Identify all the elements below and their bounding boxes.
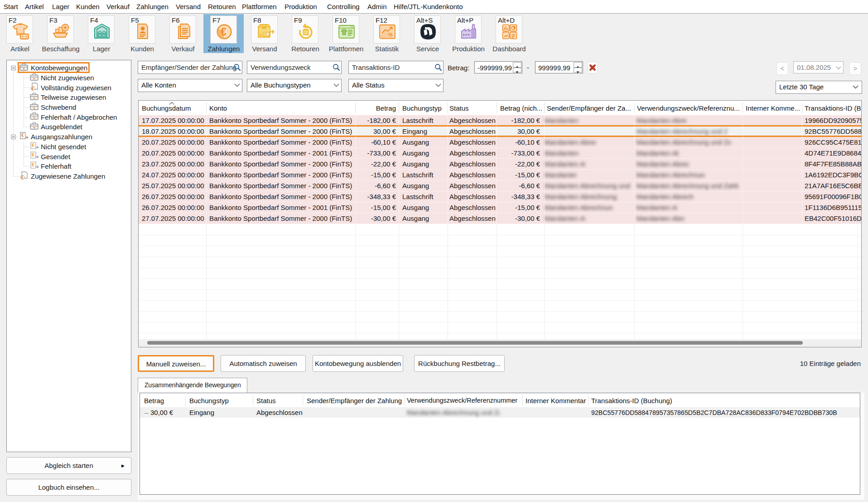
svg-text:€: € (21, 175, 24, 180)
svg-text:%: % (388, 32, 393, 37)
svg-text:€: € (21, 133, 24, 138)
svg-text:€: € (221, 26, 227, 38)
svg-text:€: € (32, 152, 34, 157)
svg-text:€: € (31, 86, 34, 91)
svg-text:€: € (32, 162, 34, 167)
svg-text:€: € (32, 143, 34, 148)
